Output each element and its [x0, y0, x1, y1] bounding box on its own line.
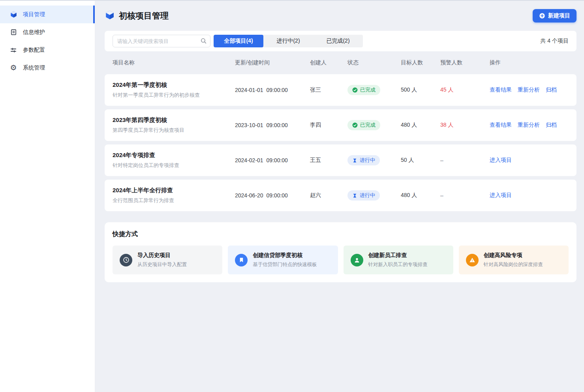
document-icon	[9, 28, 17, 36]
sliders-icon	[9, 46, 17, 54]
archive-link[interactable]: 归档	[546, 86, 557, 94]
col-creator: 创建人	[310, 59, 347, 66]
status-badge: 进行中	[347, 190, 380, 201]
project-name: 2024年专项排查	[113, 152, 235, 159]
project-desc: 针对第一季度员工异常行为的初步核查	[113, 92, 235, 99]
bookmark-icon	[235, 254, 248, 266]
row-actions: 查看结果 重新分析 归档	[490, 122, 569, 129]
shortcut-new-employee[interactable]: 创建新员工排查 针对新入职员工的专项排查	[344, 246, 453, 274]
sidebar-item-projects[interactable]: 项目管理	[0, 6, 95, 23]
reanalyze-link[interactable]: 重新分析	[518, 122, 540, 129]
project-time: 2024-01-01 09:00:00	[235, 87, 310, 93]
col-target: 目标人数	[401, 59, 440, 66]
cube-icon	[105, 10, 115, 22]
search-box	[113, 35, 210, 47]
target-count: 50 人	[401, 157, 440, 164]
sidebar-item-info[interactable]: 信息维护	[0, 23, 95, 41]
plus-circle-icon	[539, 13, 545, 19]
warning-count: 45 人	[440, 86, 490, 94]
target-count: 500 人	[401, 86, 440, 94]
page-title: 初核项目管理	[119, 10, 169, 21]
project-time: 2024-02-01 09:00:00	[235, 157, 310, 163]
row-actions: 查看结果 重新分析 归档	[490, 86, 569, 94]
hourglass-icon	[352, 193, 357, 198]
shortcut-desc: 针对新入职员工的专项排查	[368, 261, 428, 268]
sidebar-item-params[interactable]: 参数配置	[0, 41, 95, 59]
shortcut-title: 创建信贷部季度初核	[253, 252, 317, 259]
table-row: 2024年专项排查 针对特定岗位员工的专项排查 2024-02-01 09:00…	[105, 144, 576, 176]
cube-icon	[9, 11, 17, 19]
new-project-label: 新建项目	[548, 12, 570, 19]
view-results-link[interactable]: 查看结果	[490, 122, 512, 129]
project-name: 2023年第四季度初核	[113, 116, 235, 124]
archive-link[interactable]: 归档	[546, 122, 557, 129]
status-badge: 已完成	[347, 85, 380, 95]
sidebar: 项目管理 信息维护 参数配置 ⚙ 系统管理	[0, 1, 95, 392]
project-time: 2023-10-01 09:00:00	[235, 122, 310, 128]
shortcut-desc: 针对高风险岗位的深度排查	[484, 261, 543, 268]
clock-icon	[120, 254, 132, 266]
table-row: 2023年第四季度初核 第四季度员工异常行为核查项目 2023-10-01 09…	[105, 109, 576, 141]
project-desc: 全行范围员工异常行为排查	[113, 197, 235, 204]
filter-tabs: 全部项目(4) 进行中(2) 已完成(2)	[214, 35, 363, 47]
status-badge: 已完成	[347, 120, 380, 130]
sidebar-item-system[interactable]: ⚙ 系统管理	[0, 59, 95, 77]
warning-count: –	[440, 157, 490, 163]
shortcut-import-history[interactable]: 导入历史项目 从历史项目中导入配置	[113, 246, 222, 274]
new-project-button[interactable]: 新建项目	[533, 9, 576, 23]
project-name: 2024年第一季度初核	[113, 81, 235, 89]
target-count: 480 人	[401, 192, 440, 199]
shortcuts-panel: 快捷方式 导入历史项目 从历史项目中导入配置 创建信贷部季度初核 基于信贷部门特…	[105, 222, 576, 282]
shortcut-desc: 从历史项目中导入配置	[137, 261, 187, 268]
project-creator: 王五	[310, 157, 347, 164]
shortcut-title: 导入历史项目	[137, 252, 187, 259]
row-actions: 进入项目	[490, 192, 569, 199]
gear-icon: ⚙	[9, 64, 17, 72]
page-header: 初核项目管理 新建项目	[105, 1, 576, 31]
col-actions: 操作	[490, 59, 569, 66]
project-creator: 赵六	[310, 192, 347, 199]
status-badge: 进行中	[347, 155, 380, 165]
project-time: 2024-06-20 09:00:00	[235, 192, 310, 199]
search-icon[interactable]	[200, 38, 207, 46]
sidebar-item-label: 系统管理	[23, 64, 45, 71]
warning-count: 38 人	[440, 122, 490, 129]
sidebar-item-label: 信息维护	[23, 29, 45, 36]
enter-project-link[interactable]: 进入项目	[490, 157, 512, 164]
project-creator: 张三	[310, 86, 347, 94]
view-results-link[interactable]: 查看结果	[490, 86, 512, 94]
check-circle-icon	[352, 87, 358, 93]
project-name: 2024年上半年全行排查	[113, 187, 235, 194]
project-creator: 李四	[310, 122, 347, 129]
main-content: 初核项目管理 新建项目 全部项目(4) 进行中(2) 已完成(2) 共 4 个项…	[95, 1, 584, 392]
table-row: 2024年上半年全行排查 全行范围员工异常行为排查 2024-06-20 09:…	[105, 180, 576, 211]
tab-completed[interactable]: 已完成(2)	[313, 35, 363, 47]
person-icon	[351, 254, 363, 266]
table-header: 项目名称 更新/创建时间 创建人 状态 目标人数 预警人数 操作	[105, 51, 576, 74]
shortcut-desc: 基于信贷部门特点的快速模板	[253, 261, 317, 268]
hourglass-icon	[352, 158, 357, 163]
tab-all-projects[interactable]: 全部项目(4)	[214, 35, 263, 47]
shortcuts-title: 快捷方式	[113, 230, 569, 238]
shortcut-title: 创建高风险专项	[484, 252, 543, 259]
sidebar-item-label: 项目管理	[23, 11, 45, 18]
sidebar-item-label: 参数配置	[23, 47, 45, 54]
warning-count: –	[440, 192, 490, 199]
row-actions: 进入项目	[490, 157, 569, 164]
shortcut-high-risk[interactable]: 创建高风险专项 针对高风险岗位的深度排查	[459, 246, 569, 274]
reanalyze-link[interactable]: 重新分析	[518, 86, 540, 94]
col-name: 项目名称	[113, 59, 235, 66]
shortcut-title: 创建新员工排查	[368, 252, 428, 259]
shortcut-credit-dept[interactable]: 创建信贷部季度初核 基于信贷部门特点的快速模板	[228, 246, 338, 274]
table-row: 2024年第一季度初核 针对第一季度员工异常行为的初步核查 2024-01-01…	[105, 74, 576, 106]
enter-project-link[interactable]: 进入项目	[490, 192, 512, 199]
col-status: 状态	[347, 59, 401, 66]
toolbar: 全部项目(4) 进行中(2) 已完成(2) 共 4 个项目	[105, 31, 576, 51]
project-desc: 针对特定岗位员工的专项排查	[113, 162, 235, 169]
col-time: 更新/创建时间	[235, 59, 310, 66]
total-count: 共 4 个项目	[540, 38, 569, 45]
search-input[interactable]	[113, 35, 210, 47]
target-count: 480 人	[401, 122, 440, 129]
tab-in-progress[interactable]: 进行中(2)	[263, 35, 313, 47]
col-warning: 预警人数	[440, 59, 490, 66]
